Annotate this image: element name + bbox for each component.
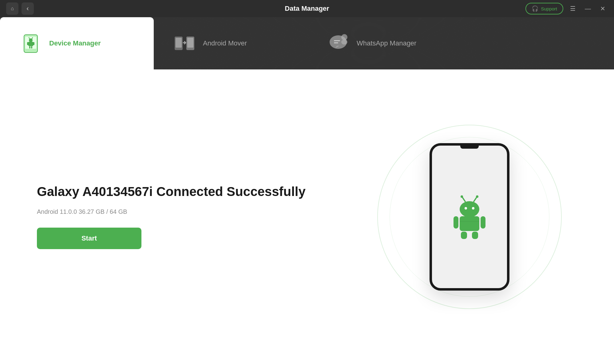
svg-point-16 — [341, 34, 347, 40]
android-robot-icon — [445, 192, 494, 241]
svg-rect-13 — [187, 38, 193, 48]
menu-icon: ☰ — [570, 5, 576, 12]
phone-notch — [460, 146, 479, 149]
tab-whatsapp-manager-label: WhatsApp Manager — [357, 39, 416, 47]
app-title: Data Manager — [285, 5, 329, 13]
svg-rect-31 — [472, 232, 478, 239]
svg-rect-3 — [28, 42, 33, 46]
device-name: Galaxy A40134567i Connected Successfully — [37, 184, 306, 199]
titlebar-right: 🎧 Support ☰ — ✕ — [525, 3, 608, 14]
whatsapp-manager-icon — [326, 31, 351, 56]
menu-button[interactable]: ☰ — [568, 4, 578, 14]
svg-line-24 — [474, 197, 477, 202]
tab-whatsapp-manager[interactable]: WhatsApp Manager — [307, 17, 461, 69]
svg-rect-11 — [176, 38, 182, 48]
close-button[interactable]: ✕ — [598, 4, 608, 14]
minimize-icon: — — [585, 5, 591, 12]
back-button[interactable]: ‹ — [22, 2, 34, 15]
svg-point-21 — [465, 207, 467, 209]
svg-rect-6 — [29, 46, 30, 49]
svg-line-23 — [462, 197, 465, 202]
support-button[interactable]: 🎧 Support — [525, 3, 563, 14]
tab-android-mover[interactable]: Android Mover — [154, 17, 307, 69]
svg-point-20 — [460, 201, 479, 217]
svg-rect-30 — [461, 232, 467, 239]
svg-rect-7 — [31, 46, 32, 49]
device-info: Android 11.0.0 36.27 GB / 64 GB — [37, 208, 306, 215]
titlebar-left: ⌂ ‹ — [6, 2, 34, 15]
tab-device-manager[interactable]: Device Manager — [0, 17, 154, 69]
device-manager-icon — [18, 31, 43, 56]
svg-point-22 — [472, 207, 474, 209]
main-content: Galaxy A40134567i Connected Successfully… — [0, 69, 614, 364]
android-mover-icon — [172, 31, 197, 56]
device-illustration — [362, 109, 577, 324]
back-icon: ‹ — [26, 5, 29, 13]
close-icon: ✕ — [600, 5, 605, 12]
start-button[interactable]: Start — [37, 228, 141, 249]
home-icon: ⌂ — [11, 6, 14, 11]
svg-rect-28 — [454, 216, 458, 229]
svg-rect-4 — [27, 42, 29, 45]
svg-rect-29 — [481, 216, 485, 229]
left-section: Galaxy A40134567i Connected Successfully… — [37, 184, 306, 249]
svg-rect-18 — [334, 40, 340, 41]
phone-mockup — [430, 143, 509, 291]
svg-rect-27 — [460, 216, 479, 231]
svg-rect-5 — [33, 42, 34, 45]
svg-point-17 — [341, 40, 347, 45]
svg-point-26 — [476, 195, 478, 198]
navbar: Device Manager Android Mover — [0, 17, 614, 69]
svg-point-25 — [461, 195, 463, 198]
headset-icon: 🎧 — [532, 5, 538, 12]
svg-rect-19 — [334, 42, 338, 43]
tab-android-mover-label: Android Mover — [203, 39, 247, 47]
home-button[interactable]: ⌂ — [6, 2, 18, 15]
tab-device-manager-label: Device Manager — [49, 39, 101, 47]
minimize-button[interactable]: — — [582, 4, 593, 14]
titlebar: ⌂ ‹ Data Manager 🎧 Support ☰ — ✕ — [0, 0, 614, 17]
